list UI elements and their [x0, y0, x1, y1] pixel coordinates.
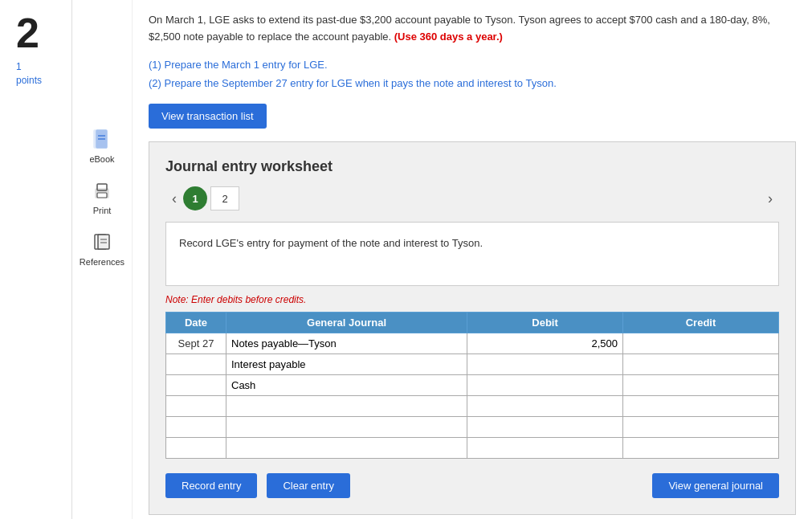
- table-row-account-3[interactable]: [226, 396, 467, 417]
- table-row-date-1: [166, 354, 226, 375]
- table-row-debit-2[interactable]: [467, 375, 623, 396]
- sidebar-item-label-print: Print: [93, 206, 112, 215]
- table-row-account-0[interactable]: [226, 333, 467, 354]
- note-text: Note: Enter debits before credits.: [165, 294, 779, 305]
- record-entry-button[interactable]: Record entry: [165, 473, 257, 498]
- table-row-date-4: [166, 417, 226, 438]
- svg-rect-6: [97, 193, 107, 198]
- sidebar-item-ebook[interactable]: eBook: [89, 129, 114, 164]
- tab-prev-button[interactable]: ‹: [165, 187, 183, 210]
- debit-input-0[interactable]: [472, 337, 618, 349]
- table-row-credit-0[interactable]: [623, 333, 779, 354]
- worksheet-title: Journal entry worksheet: [165, 158, 779, 175]
- tab-navigation: ‹ 1 2 ›: [165, 186, 779, 210]
- journal-entry-worksheet: Journal entry worksheet ‹ 1 2 › Record L…: [149, 141, 796, 515]
- sidebar-item-label-ebook: eBook: [89, 154, 114, 164]
- problem-number: 2: [16, 12, 55, 54]
- references-icon: [91, 231, 113, 254]
- bottom-buttons: Record entry Clear entry View general jo…: [165, 473, 779, 498]
- problem-description: On March 1, LGE asks to extend its past-…: [149, 12, 796, 46]
- account-input-0[interactable]: [231, 337, 462, 349]
- col-date: Date: [166, 313, 226, 333]
- tab-1-active[interactable]: 1: [183, 186, 207, 210]
- account-input-4[interactable]: [231, 421, 462, 433]
- debit-input-2[interactable]: [472, 379, 618, 391]
- table-row-credit-1[interactable]: [623, 354, 779, 375]
- table-row-credit-2[interactable]: [623, 375, 779, 396]
- table-row-credit-5[interactable]: [623, 438, 779, 459]
- table-row: [166, 396, 779, 417]
- table-row-debit-1[interactable]: [467, 354, 623, 375]
- debit-input-3[interactable]: [472, 400, 618, 412]
- account-input-5[interactable]: [231, 442, 462, 454]
- tab-2[interactable]: 2: [210, 186, 239, 210]
- credit-input-4[interactable]: [628, 421, 773, 433]
- account-input-3[interactable]: [231, 400, 462, 412]
- table-row-credit-4[interactable]: [623, 417, 779, 438]
- table-row-debit-3[interactable]: [467, 396, 623, 417]
- view-transaction-button[interactable]: View transaction list: [149, 104, 267, 129]
- credit-input-5[interactable]: [628, 442, 773, 454]
- credit-input-1[interactable]: [628, 358, 773, 370]
- instruction-text: Record LGE's entry for payment of the no…: [179, 237, 483, 249]
- debit-input-4[interactable]: [472, 421, 618, 433]
- clear-entry-button[interactable]: Clear entry: [267, 473, 350, 498]
- table-row: [166, 354, 779, 375]
- table-row-account-2[interactable]: [226, 375, 467, 396]
- table-row-debit-5[interactable]: [467, 438, 623, 459]
- credit-input-3[interactable]: [628, 400, 773, 412]
- table-row-date-2: [166, 375, 226, 396]
- table-row-account-5[interactable]: [226, 438, 467, 459]
- debit-input-1[interactable]: [472, 358, 618, 370]
- ebook-icon: [91, 129, 113, 151]
- table-row-credit-3[interactable]: [623, 396, 779, 417]
- table-row: [166, 375, 779, 396]
- table-row-date-5: [166, 438, 226, 459]
- debit-input-5[interactable]: [472, 442, 618, 454]
- account-input-2[interactable]: [231, 379, 462, 391]
- journal-table: Date General Journal Debit Credit Sept 2…: [165, 312, 779, 459]
- col-general-journal: General Journal: [226, 313, 467, 333]
- table-row: Sept 27: [166, 333, 779, 354]
- instructions: (1) Prepare the March 1 entry for LGE. (…: [149, 55, 796, 93]
- view-general-journal-button[interactable]: View general journal: [652, 473, 779, 498]
- table-row-debit-0[interactable]: [467, 333, 623, 354]
- table-row: [166, 417, 779, 438]
- tab-next-button[interactable]: ›: [761, 187, 779, 210]
- print-icon: [91, 180, 113, 202]
- instruction-box: Record LGE's entry for payment of the no…: [165, 222, 779, 286]
- table-row-account-4[interactable]: [226, 417, 467, 438]
- col-credit: Credit: [623, 313, 779, 333]
- credit-input-0[interactable]: [628, 337, 773, 349]
- table-row-debit-4[interactable]: [467, 417, 623, 438]
- table-row-date-0: Sept 27: [166, 333, 226, 354]
- credit-input-2[interactable]: [628, 379, 773, 391]
- table-row-date-3: [166, 396, 226, 417]
- table-row: [166, 438, 779, 459]
- table-row-account-1[interactable]: [226, 354, 467, 375]
- account-input-1[interactable]: [231, 358, 462, 370]
- sidebar-item-label-references: References: [80, 257, 124, 267]
- points-label: 1points: [16, 60, 55, 88]
- sidebar-item-references[interactable]: References: [80, 231, 124, 267]
- sidebar-item-print[interactable]: Print: [91, 180, 113, 215]
- svg-rect-8: [98, 235, 109, 249]
- col-debit: Debit: [467, 313, 623, 333]
